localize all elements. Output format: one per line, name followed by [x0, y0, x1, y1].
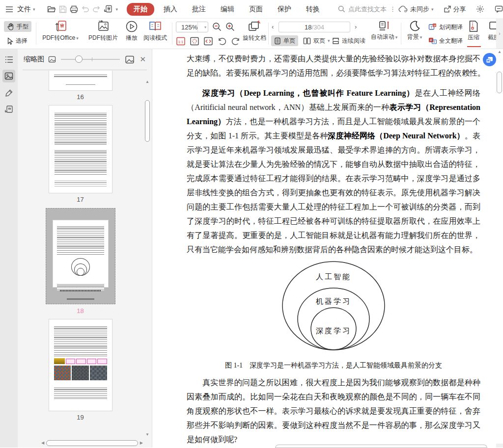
panel-horizontal-scrollbar[interactable]: ◀ ▶	[41, 440, 143, 446]
prev-page-button[interactable]: ‹	[272, 23, 274, 30]
hamburger-menu-icon[interactable]	[5, 4, 13, 15]
text-line: 示学习是近年来机器学习领域发展最迅猛、最受学术界追捧的方向。所谓表示学习，	[187, 143, 480, 157]
export-word-icon[interactable]	[104, 4, 112, 15]
panel-vertical-scrollbar[interactable]: ▲ ▼	[145, 71, 150, 438]
venn-label-dl: 深度学习	[316, 327, 351, 335]
venn-label-ai: 人工智能	[316, 273, 351, 281]
scroll-right-icon[interactable]: ▶	[140, 441, 143, 445]
paragraph-bottom: 真实世界的问题之所以困难，很大程度上是因为我们能够观察到的数据都是种种因素叠加而…	[187, 375, 480, 447]
panel-scrollbar-thumb[interactable]	[145, 100, 150, 142]
hand-tool-button[interactable]: 手型	[4, 21, 31, 32]
pdf-to-word-float-button[interactable]	[483, 53, 496, 66]
text-line: 深度学习（Deep Learning，也曾被叫作 Feature Learnin…	[187, 86, 480, 100]
fit-width-button[interactable]	[203, 36, 213, 46]
share-button[interactable]: 分享	[441, 3, 469, 16]
thumbnail-page-18-selected[interactable]	[46, 208, 115, 304]
auto-scroll-icon	[378, 20, 391, 32]
pdf-to-office-button[interactable]: PDF转Office▾	[39, 20, 82, 42]
continuous-read-button[interactable]: 连续阅读	[329, 35, 368, 46]
pdf-to-image-button[interactable]: PDF转图片	[84, 20, 122, 42]
settings-gear-icon[interactable]	[475, 4, 486, 15]
thumbnail-page-17[interactable]	[49, 105, 112, 193]
zoom-level-value: 125%	[176, 24, 197, 31]
page-number-input[interactable]: 18/304	[279, 22, 350, 32]
outline-panel-icon[interactable]	[2, 53, 15, 66]
undo-icon[interactable]	[81, 4, 89, 15]
search-box[interactable]: 点此查找文本 ⋮	[338, 5, 396, 14]
thumbnail-page-19[interactable]	[49, 319, 112, 411]
rotate-right-icon[interactable]	[231, 37, 241, 46]
scroll-up-icon[interactable]: ▲	[498, 50, 502, 54]
thumbnail-size-slider[interactable]	[61, 59, 120, 60]
main-vertical-scrollbar[interactable]: ▲	[496, 50, 503, 444]
select-tool-button[interactable]: 选择	[4, 35, 30, 46]
more-chevron-icon[interactable]: ▾	[116, 7, 118, 12]
page-number-label: 16	[77, 93, 84, 101]
read-mode-icon	[148, 20, 162, 33]
ribbon-tab-1[interactable]: 插入	[158, 3, 183, 16]
word-translate-icon: T译	[428, 23, 437, 31]
scroll-left-icon[interactable]: ◀	[41, 441, 44, 445]
bottom-floatbar-edge[interactable]	[275, 445, 487, 448]
figure-venn: 人工智能 机器学习 深度学习	[187, 259, 480, 355]
compress-icon	[468, 20, 479, 32]
toolbar-overflow-button[interactable]: ›	[496, 19, 503, 49]
rotate-document-icon	[247, 20, 262, 33]
background-button[interactable]: 背景▾	[404, 20, 425, 41]
play-button[interactable]: 播放	[121, 20, 142, 42]
panel-hscrollbar-thumb[interactable]	[46, 440, 138, 446]
thumbnail-panel-icon[interactable]	[2, 70, 15, 82]
search-more-icon[interactable]: ⋮	[390, 5, 396, 13]
comment-icon[interactable]	[494, 4, 503, 15]
open-file-icon[interactable]	[47, 4, 56, 15]
actual-size-button[interactable]: 1:1	[176, 36, 186, 46]
double-page-icon	[303, 37, 311, 45]
zoom-in-button[interactable]	[225, 22, 235, 32]
scroll-down-icon[interactable]: ▼	[145, 432, 149, 437]
auto-scroll-button[interactable]: 自动滚动▾	[369, 20, 399, 41]
zoom-dropdown-icon[interactable]: ▾	[197, 22, 208, 32]
word-translate-button[interactable]: T译 划词翻译	[425, 22, 466, 32]
fit-page-button[interactable]	[190, 36, 199, 46]
text-line: 足的缺陷。若要拓展机器学习的适用范围，必须要降低学习算法对特征工程的依赖性。	[187, 66, 480, 80]
ribbon-tab-4[interactable]: 页面	[244, 3, 268, 16]
share-icon	[444, 5, 451, 13]
chevron-down-icon: ▾	[33, 7, 35, 12]
compress-button[interactable]: 压缩	[464, 20, 483, 42]
thumbnail-page-16[interactable]	[49, 71, 112, 90]
annotation-panel-icon[interactable]	[2, 86, 15, 99]
svg-text:译: 译	[433, 24, 436, 27]
cloud-icon	[398, 5, 408, 13]
zoom-level-select[interactable]: 125% ▾	[176, 22, 208, 32]
single-page-icon	[274, 37, 281, 45]
ribbon-tab-2[interactable]: 批注	[187, 3, 211, 16]
svg-text:1:1: 1:1	[178, 40, 183, 44]
scroll-up-icon[interactable]: ▲	[145, 79, 149, 84]
rotate-document-button[interactable]: 旋转文档	[241, 20, 268, 42]
save-icon[interactable]	[59, 4, 67, 15]
sync-status[interactable]: 未同步 ▾	[396, 3, 436, 16]
next-page-button[interactable]: ›	[355, 23, 357, 30]
ribbon-tab-3[interactable]: 编辑	[215, 3, 240, 16]
ribbon-tab-0[interactable]: 开始	[127, 3, 154, 16]
large-thumbnail-icon[interactable]	[125, 55, 135, 64]
redo-icon[interactable]	[92, 4, 101, 15]
ribbon-tab-6[interactable]: 转换	[301, 3, 325, 16]
file-menu[interactable]: 文件 ▾	[15, 3, 38, 16]
text-line: （Aritificial neural network，ANN）基础上发展而来的…	[187, 100, 480, 114]
double-page-button[interactable]: 双页 ▾	[300, 35, 333, 46]
zoom-out-button[interactable]	[212, 22, 222, 32]
ribbon-tab-5[interactable]: 保护	[272, 3, 297, 16]
full-translate-button[interactable]: A文 全文翻译	[425, 35, 466, 46]
read-mode-label: 阅读模式	[143, 34, 167, 42]
convert-panel-icon[interactable]	[2, 103, 15, 116]
print-icon[interactable]	[70, 4, 78, 15]
close-panel-icon[interactable]: ✕	[140, 55, 146, 64]
single-page-button[interactable]: 单页	[271, 35, 298, 46]
small-thumbnail-icon[interactable]	[48, 56, 56, 63]
main-scrollbar-thumb[interactable]	[497, 72, 502, 93]
read-mode-button[interactable]: 阅读模式	[141, 20, 169, 42]
rotate-left-icon[interactable]	[217, 37, 227, 46]
menu-bar: 文件 ▾ ▾ 开始插入批注编辑页面保护转换 点此查找文本 ⋮ 未同步 ▾ 分享	[0, 0, 503, 19]
slider-knob[interactable]	[75, 55, 83, 63]
